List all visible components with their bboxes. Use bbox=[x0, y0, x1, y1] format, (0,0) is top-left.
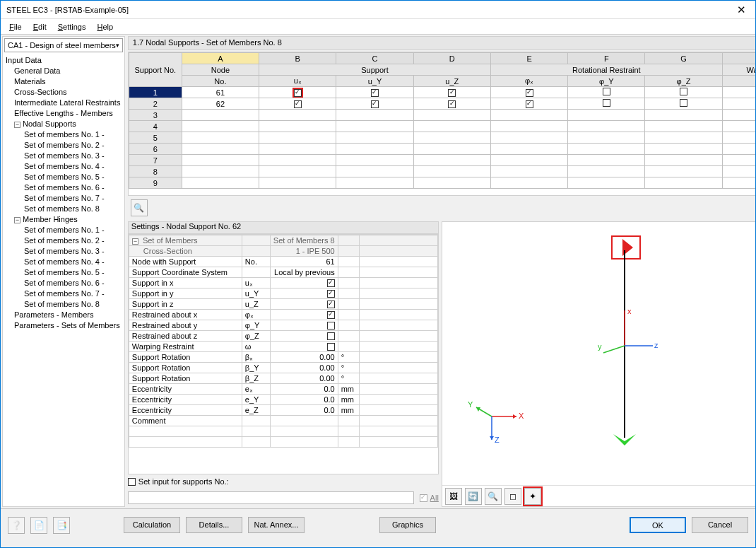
set-input-checkbox[interactable]: Set input for supports No.: bbox=[128, 477, 229, 486]
tree-item[interactable]: Set of members No. 5 - bbox=[3, 172, 124, 182]
local-axes-icon[interactable]: ✦ bbox=[524, 488, 541, 505]
checkbox[interactable] bbox=[327, 279, 335, 287]
tree-item[interactable]: −Nodal Supports bbox=[3, 119, 124, 129]
checkbox[interactable] bbox=[448, 100, 456, 108]
checkbox[interactable] bbox=[327, 322, 335, 330]
settings-panel: Settings - Nodal Support No. 62 − Set of… bbox=[128, 221, 439, 507]
tree-item[interactable]: Set of members No. 2 - bbox=[3, 140, 124, 151]
checkbox[interactable] bbox=[327, 343, 335, 351]
tree-item[interactable]: Set of members No. 2 - bbox=[3, 235, 124, 246]
chevron-down-icon: ▾ bbox=[116, 42, 119, 49]
loadcase-combo[interactable]: CA1 - Design of steel members ▾ bbox=[4, 38, 123, 52]
details-button[interactable]: Details... bbox=[186, 517, 242, 533]
preview-viewport[interactable]: x y z X Y Z Releasethissupport inlocal x… bbox=[442, 221, 756, 507]
settings-row[interactable]: Eccentricity eₓ 0.0 mm bbox=[129, 384, 437, 395]
tree-item[interactable]: Set of members No. 1 - bbox=[3, 225, 124, 235]
checkbox[interactable] bbox=[526, 100, 533, 108]
settings-row[interactable]: Support Rotation βₓ 0.00 ° bbox=[129, 352, 437, 363]
checkbox[interactable] bbox=[294, 89, 302, 97]
close-icon[interactable]: ✕ bbox=[727, 4, 755, 16]
tree-item[interactable]: Parameters - Members bbox=[3, 310, 124, 320]
tree-item[interactable]: Cross-Sections bbox=[3, 87, 124, 98]
svg-line-4 bbox=[603, 346, 625, 353]
tree-item[interactable]: Effective Lengths - Members bbox=[3, 108, 124, 119]
print-view-icon[interactable]: 🖼 bbox=[445, 488, 462, 505]
tree-item[interactable]: Set of members No. 1 - bbox=[3, 129, 124, 140]
tree-item[interactable]: Set of members No. 4 - bbox=[3, 257, 124, 267]
navigator-tree[interactable]: Input DataGeneral DataMaterialsCross-Sec… bbox=[3, 54, 124, 506]
calculation-button[interactable]: Calculation bbox=[124, 517, 180, 533]
settings-row[interactable]: Support in x uₓ bbox=[129, 278, 437, 288]
ok-button[interactable]: OK bbox=[630, 517, 686, 533]
tree-item[interactable]: General Data bbox=[3, 66, 124, 76]
all-checkbox[interactable]: All bbox=[420, 494, 439, 502]
fit-view-icon[interactable]: ◻ bbox=[504, 488, 521, 505]
tree-item[interactable]: Set of members No. 7 - bbox=[3, 193, 124, 204]
settings-row[interactable]: Node with Support No. 61 bbox=[129, 257, 437, 267]
checkbox[interactable] bbox=[294, 100, 302, 108]
settings-row[interactable]: Support Coordinate System Local by previ… bbox=[129, 267, 437, 278]
settings-row[interactable]: Eccentricity e_Y 0.0 mm bbox=[129, 395, 437, 405]
help-icon[interactable]: ❔ bbox=[8, 517, 25, 534]
tree-item[interactable]: Set of members No. 6 - bbox=[3, 182, 124, 193]
settings-row[interactable]: Restrained about z φ_Z bbox=[129, 331, 437, 342]
report-icon[interactable]: 📄 bbox=[30, 517, 47, 534]
settings-row[interactable]: Support Rotation β_Z 0.00 ° bbox=[129, 373, 437, 384]
settings-row[interactable]: Warping Restraint ω bbox=[129, 342, 437, 352]
checkbox[interactable] bbox=[603, 99, 610, 107]
nat-annex-button[interactable]: Nat. Annex... bbox=[248, 517, 305, 533]
tree-item[interactable]: Set of members No. 7 - bbox=[3, 288, 124, 299]
checkbox[interactable] bbox=[327, 332, 335, 340]
checkbox[interactable] bbox=[327, 311, 335, 319]
settings-row[interactable]: Support in y u_Y bbox=[129, 288, 437, 299]
checkbox[interactable] bbox=[680, 99, 687, 107]
cancel-button[interactable]: Cancel bbox=[692, 517, 748, 533]
settings-row[interactable]: Support in z u_Z bbox=[129, 299, 437, 310]
tree-item[interactable]: Set of members No. 8 bbox=[3, 204, 124, 214]
menu-help[interactable]: Help bbox=[91, 23, 119, 31]
table-row[interactable]: 1610.000.00 bbox=[129, 87, 756, 98]
menu-file[interactable]: File bbox=[4, 23, 28, 31]
table-row[interactable]: 2620.000.00 bbox=[129, 98, 756, 110]
zoom-icon[interactable]: 🔍 bbox=[485, 488, 502, 505]
tree-item[interactable]: Parameters - Sets of Members bbox=[3, 320, 124, 331]
checkbox[interactable] bbox=[603, 88, 610, 95]
rotate-view-icon[interactable]: 🔄 bbox=[465, 488, 482, 505]
settings-row[interactable]: Support Rotation β_Y 0.00 ° bbox=[129, 363, 437, 373]
svg-text:Z: Z bbox=[495, 436, 500, 444]
checkbox[interactable] bbox=[327, 301, 335, 308]
menu-settings[interactable]: Settings bbox=[52, 23, 92, 31]
checkbox[interactable] bbox=[327, 290, 335, 298]
settings-row[interactable]: Comment bbox=[129, 416, 437, 426]
tree-item[interactable]: Set of members No. 3 - bbox=[3, 151, 124, 161]
navigator-panel: CA1 - Design of steel members ▾ Input Da… bbox=[2, 36, 125, 507]
svg-text:X: X bbox=[519, 412, 524, 420]
checkbox[interactable] bbox=[526, 89, 533, 97]
supports-grid[interactable]: Support No.ABCDEFGHIJNodeSupportRotation… bbox=[128, 52, 756, 196]
tree-item[interactable]: Materials bbox=[3, 76, 124, 87]
tree-root[interactable]: Input Data bbox=[3, 55, 124, 66]
checkbox[interactable] bbox=[371, 89, 379, 97]
graphics-button[interactable]: Graphics bbox=[379, 517, 436, 533]
settings-row[interactable]: − Set of Members Set of Members 8 bbox=[129, 235, 437, 246]
tree-item[interactable]: Set of members No. 5 - bbox=[3, 267, 124, 278]
settings-row[interactable]: Restrained about y φ_Y bbox=[129, 320, 437, 331]
settings-row[interactable]: Restrained about x φₓ bbox=[129, 310, 437, 320]
tree-item[interactable]: −Member Hinges bbox=[3, 214, 124, 225]
checkbox[interactable] bbox=[448, 89, 456, 97]
tree-item[interactable]: Set of members No. 3 - bbox=[3, 246, 124, 257]
settings-row[interactable]: Eccentricity e_Z 0.0 mm bbox=[129, 405, 437, 416]
tree-item[interactable]: Intermediate Lateral Restraints bbox=[3, 98, 124, 108]
menu-edit[interactable]: Edit bbox=[28, 23, 52, 31]
tree-item[interactable]: Set of members No. 4 - bbox=[3, 161, 124, 172]
settings-row[interactable]: Cross-Section 1 - IPE 500 bbox=[129, 246, 437, 257]
tree-item[interactable]: Set of members No. 6 - bbox=[3, 278, 124, 288]
zoom-details-icon[interactable]: 🔍 bbox=[131, 199, 148, 216]
svg-text:Y: Y bbox=[468, 400, 473, 409]
set-input-field[interactable] bbox=[128, 491, 414, 504]
report2-icon[interactable]: 📑 bbox=[53, 517, 70, 534]
svg-text:y: y bbox=[598, 342, 602, 351]
checkbox[interactable] bbox=[680, 88, 687, 95]
checkbox[interactable] bbox=[371, 100, 379, 108]
tree-item[interactable]: Set of members No. 8 bbox=[3, 299, 124, 310]
